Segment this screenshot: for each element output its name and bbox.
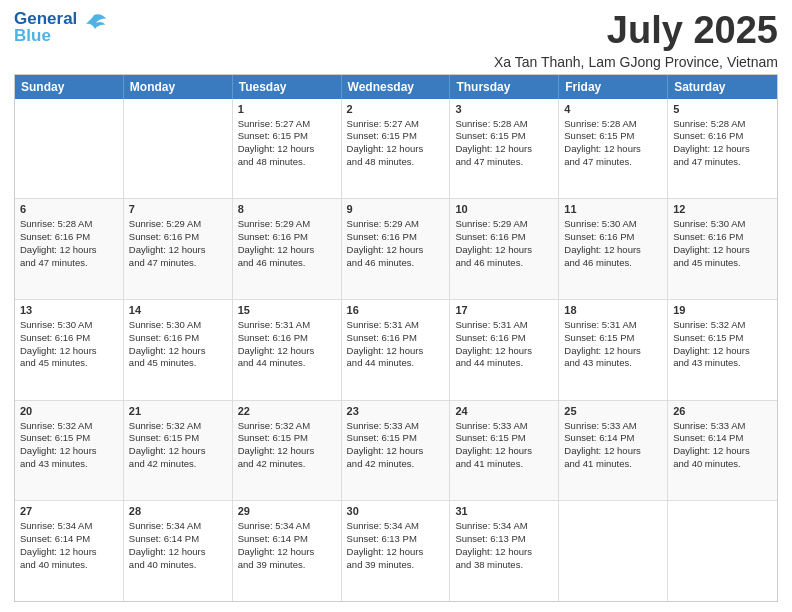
day-header-wednesday: Wednesday <box>342 75 451 99</box>
day-info-line: and 38 minutes. <box>455 559 553 572</box>
day-info-line: Sunset: 6:16 PM <box>238 231 336 244</box>
day-number: 9 <box>347 202 445 217</box>
day-info-line: and 42 minutes. <box>347 458 445 471</box>
day-info-line: Daylight: 12 hours <box>347 445 445 458</box>
calendar-day-2: 2Sunrise: 5:27 AMSunset: 6:15 PMDaylight… <box>342 99 451 199</box>
day-info-line: Daylight: 12 hours <box>20 445 118 458</box>
calendar-day-28: 28Sunrise: 5:34 AMSunset: 6:14 PMDayligh… <box>124 501 233 601</box>
day-info-line: and 41 minutes. <box>564 458 662 471</box>
day-info-line: Sunrise: 5:30 AM <box>129 319 227 332</box>
day-info-line: Sunrise: 5:29 AM <box>455 218 553 231</box>
calendar-week-1: 1Sunrise: 5:27 AMSunset: 6:15 PMDaylight… <box>15 99 777 200</box>
day-info-line: Sunset: 6:15 PM <box>20 432 118 445</box>
day-info-line: Sunset: 6:16 PM <box>20 231 118 244</box>
day-info-line: Daylight: 12 hours <box>129 244 227 257</box>
calendar-empty-cell <box>124 99 233 199</box>
day-info-line: and 47 minutes. <box>455 156 553 169</box>
day-info-line: and 48 minutes. <box>347 156 445 169</box>
day-info-line: Daylight: 12 hours <box>455 345 553 358</box>
day-info-line: Sunrise: 5:30 AM <box>564 218 662 231</box>
day-info-line: Sunset: 6:15 PM <box>347 432 445 445</box>
day-header-tuesday: Tuesday <box>233 75 342 99</box>
day-info-line: Daylight: 12 hours <box>20 345 118 358</box>
day-info-line: and 45 minutes. <box>20 357 118 370</box>
day-info-line: and 39 minutes. <box>347 559 445 572</box>
day-info-line: Daylight: 12 hours <box>564 244 662 257</box>
day-info-line: and 45 minutes. <box>129 357 227 370</box>
day-info-line: Daylight: 12 hours <box>455 244 553 257</box>
day-info-line: Daylight: 12 hours <box>238 143 336 156</box>
day-info-line: Sunrise: 5:32 AM <box>20 420 118 433</box>
day-info-line: Sunset: 6:16 PM <box>20 332 118 345</box>
day-info-line: Sunrise: 5:28 AM <box>455 118 553 131</box>
day-number: 8 <box>238 202 336 217</box>
day-number: 24 <box>455 404 553 419</box>
day-info-line: and 42 minutes. <box>238 458 336 471</box>
calendar-body: 1Sunrise: 5:27 AMSunset: 6:15 PMDaylight… <box>15 99 777 601</box>
day-info-line: Sunrise: 5:30 AM <box>20 319 118 332</box>
day-info-line: Sunset: 6:16 PM <box>347 332 445 345</box>
day-number: 30 <box>347 504 445 519</box>
day-header-thursday: Thursday <box>450 75 559 99</box>
day-info-line: and 47 minutes. <box>564 156 662 169</box>
day-info-line: Sunrise: 5:30 AM <box>673 218 772 231</box>
day-info-line: Daylight: 12 hours <box>129 345 227 358</box>
day-info-line: Daylight: 12 hours <box>564 445 662 458</box>
day-number: 23 <box>347 404 445 419</box>
day-info-line: and 44 minutes. <box>238 357 336 370</box>
day-info-line: and 40 minutes. <box>673 458 772 471</box>
calendar-day-29: 29Sunrise: 5:34 AMSunset: 6:14 PMDayligh… <box>233 501 342 601</box>
calendar-day-23: 23Sunrise: 5:33 AMSunset: 6:15 PMDayligh… <box>342 401 451 501</box>
day-info-line: Sunrise: 5:32 AM <box>238 420 336 433</box>
day-info-line: Sunset: 6:14 PM <box>673 432 772 445</box>
calendar-day-7: 7Sunrise: 5:29 AMSunset: 6:16 PMDaylight… <box>124 199 233 299</box>
day-info-line: Sunrise: 5:31 AM <box>347 319 445 332</box>
calendar-day-27: 27Sunrise: 5:34 AMSunset: 6:14 PMDayligh… <box>15 501 124 601</box>
day-number: 18 <box>564 303 662 318</box>
calendar-day-4: 4Sunrise: 5:28 AMSunset: 6:15 PMDaylight… <box>559 99 668 199</box>
day-info-line: Daylight: 12 hours <box>238 445 336 458</box>
calendar-empty-cell <box>559 501 668 601</box>
day-info-line: Sunset: 6:16 PM <box>455 332 553 345</box>
calendar-day-21: 21Sunrise: 5:32 AMSunset: 6:15 PMDayligh… <box>124 401 233 501</box>
day-info-line: and 42 minutes. <box>129 458 227 471</box>
day-info-line: Sunrise: 5:29 AM <box>347 218 445 231</box>
calendar-day-24: 24Sunrise: 5:33 AMSunset: 6:15 PMDayligh… <box>450 401 559 501</box>
day-info-line: Sunrise: 5:33 AM <box>455 420 553 433</box>
day-info-line: Sunset: 6:13 PM <box>455 533 553 546</box>
day-number: 5 <box>673 102 772 117</box>
day-info-line: Sunset: 6:16 PM <box>129 332 227 345</box>
page: General Blue July 2025 Xa Tan Thanh, Lam… <box>0 0 792 612</box>
day-number: 7 <box>129 202 227 217</box>
day-info-line: Sunrise: 5:34 AM <box>238 520 336 533</box>
calendar-header: SundayMondayTuesdayWednesdayThursdayFrid… <box>15 75 777 99</box>
day-info-line: Daylight: 12 hours <box>347 244 445 257</box>
day-info-line: Sunrise: 5:31 AM <box>455 319 553 332</box>
logo-general: General <box>14 10 77 27</box>
day-info-line: and 43 minutes. <box>20 458 118 471</box>
day-info-line: and 46 minutes. <box>455 257 553 270</box>
day-info-line: Daylight: 12 hours <box>20 244 118 257</box>
calendar-day-15: 15Sunrise: 5:31 AMSunset: 6:16 PMDayligh… <box>233 300 342 400</box>
calendar-day-10: 10Sunrise: 5:29 AMSunset: 6:16 PMDayligh… <box>450 199 559 299</box>
day-info-line: Sunset: 6:16 PM <box>673 231 772 244</box>
day-info-line: and 41 minutes. <box>455 458 553 471</box>
day-number: 2 <box>347 102 445 117</box>
calendar-day-11: 11Sunrise: 5:30 AMSunset: 6:16 PMDayligh… <box>559 199 668 299</box>
day-info-line: Daylight: 12 hours <box>20 546 118 559</box>
day-number: 26 <box>673 404 772 419</box>
calendar-day-26: 26Sunrise: 5:33 AMSunset: 6:14 PMDayligh… <box>668 401 777 501</box>
day-info-line: and 47 minutes. <box>20 257 118 270</box>
day-info-line: Sunrise: 5:29 AM <box>129 218 227 231</box>
day-number: 27 <box>20 504 118 519</box>
day-info-line: Sunset: 6:14 PM <box>238 533 336 546</box>
calendar-day-30: 30Sunrise: 5:34 AMSunset: 6:13 PMDayligh… <box>342 501 451 601</box>
day-info-line: Sunrise: 5:33 AM <box>673 420 772 433</box>
day-info-line: Daylight: 12 hours <box>129 445 227 458</box>
day-info-line: Sunset: 6:13 PM <box>347 533 445 546</box>
day-info-line: and 46 minutes. <box>564 257 662 270</box>
day-info-line: Sunset: 6:15 PM <box>129 432 227 445</box>
calendar-day-25: 25Sunrise: 5:33 AMSunset: 6:14 PMDayligh… <box>559 401 668 501</box>
calendar-day-31: 31Sunrise: 5:34 AMSunset: 6:13 PMDayligh… <box>450 501 559 601</box>
calendar-empty-cell <box>668 501 777 601</box>
